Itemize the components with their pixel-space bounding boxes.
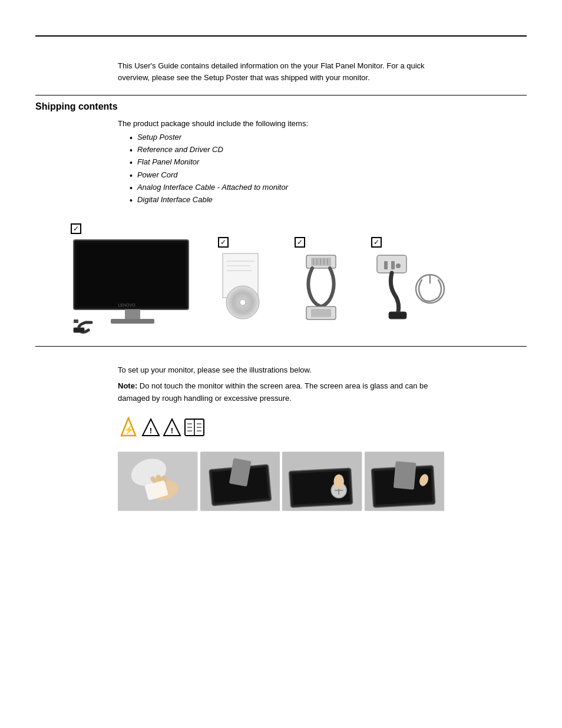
shipping-rule-top <box>35 95 527 95</box>
note-text: Do not touch the monitor within the scre… <box>118 381 428 403</box>
list-item: Analog Interface Cable - Attached to mon… <box>130 183 527 193</box>
monitor-svg: LENOVO <box>71 237 194 334</box>
warning-icons-row: ⚡ ! ! <box>118 417 444 438</box>
list-item: Flat Panel Monitor <box>130 157 527 168</box>
svg-text:!: ! <box>150 426 152 435</box>
warning-triangle-icon-1: ! <box>141 418 160 437</box>
svg-rect-26 <box>389 312 406 319</box>
cable-svg <box>295 251 348 321</box>
svg-rect-21 <box>311 309 331 317</box>
monitor-checkbox <box>71 223 81 234</box>
svg-rect-5 <box>74 328 84 332</box>
shipping-section: Shipping contents The product package sh… <box>35 95 527 347</box>
electrical-warning-icon: ⚡ <box>118 417 139 438</box>
shipping-rule-bottom <box>35 346 527 347</box>
setup-section: To set up your monitor, please see the i… <box>118 364 444 404</box>
note-label: Note: <box>118 381 137 390</box>
assembly-steps-row <box>118 447 444 515</box>
svg-text:⚡: ⚡ <box>124 425 134 435</box>
analog-cable-illustration <box>295 237 348 321</box>
warning-triangle-icon-2: ! <box>163 418 181 437</box>
svg-rect-23 <box>384 261 388 269</box>
monitor-illustration: LENOVO <box>71 223 194 334</box>
svg-text:!: ! <box>171 426 173 435</box>
shipping-content: The product package should include the f… <box>118 119 527 206</box>
cd-svg <box>218 251 271 321</box>
svg-point-60 <box>333 474 343 488</box>
list-item: Reference and Driver CD <box>130 145 527 156</box>
svg-rect-64 <box>393 461 416 489</box>
assembly-step-1 <box>118 447 198 515</box>
svg-point-12 <box>240 299 246 305</box>
svg-rect-24 <box>391 261 395 269</box>
power-svg <box>371 251 448 321</box>
manual-icon <box>184 418 205 437</box>
shipping-items-list: Setup Poster Reference and Driver CD Fla… <box>130 133 527 206</box>
shipping-title: Shipping contents <box>35 101 527 112</box>
power-cord-illustration <box>371 237 448 321</box>
power-checkbox <box>371 237 382 248</box>
list-item: Power Cord <box>130 170 527 181</box>
cable-checkbox <box>295 237 305 248</box>
cd-checkbox <box>218 237 229 248</box>
illustrations-area: LENOVO <box>71 223 491 334</box>
assembly-step-4 <box>365 447 445 515</box>
setup-note: Note: Do not touch the monitor within th… <box>118 380 444 405</box>
list-item: Setup Poster <box>130 133 527 143</box>
top-rule <box>35 35 527 37</box>
svg-rect-3 <box>125 309 140 319</box>
setup-intro: To set up your monitor, please see the i… <box>118 364 444 377</box>
cd-illustration <box>218 237 271 321</box>
svg-text:LENOVO: LENOVO <box>118 303 135 307</box>
svg-rect-6 <box>74 319 78 323</box>
assembly-step-3 <box>282 447 362 515</box>
intro-text: This User's Guide contains detailed info… <box>118 60 444 83</box>
svg-rect-4 <box>111 319 154 324</box>
svg-rect-1 <box>77 243 186 307</box>
intro-section: This User's Guide contains detailed info… <box>118 60 444 83</box>
assembly-step-2 <box>200 447 280 515</box>
svg-point-25 <box>396 263 401 268</box>
svg-rect-14 <box>311 258 331 266</box>
page: This User's Guide contains detailed info… <box>0 35 562 728</box>
list-item: Digital Interface Cable <box>130 195 527 206</box>
shipping-description: The product package should include the f… <box>118 119 527 128</box>
